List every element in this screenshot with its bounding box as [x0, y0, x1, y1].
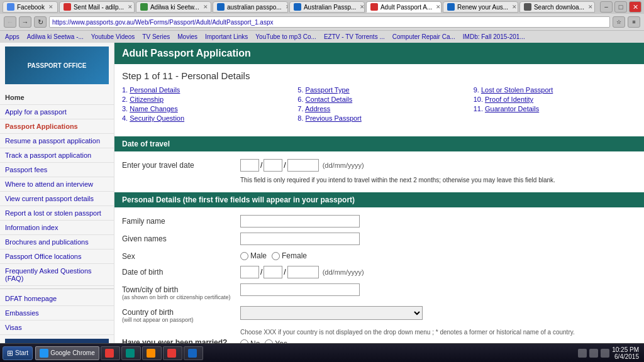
country-select[interactable]: [240, 306, 423, 320]
step-link-6[interactable]: Contact Details: [306, 96, 353, 103]
back-button[interactable]: ←: [4, 16, 16, 28]
bookmark-tv[interactable]: TV Series: [140, 33, 172, 41]
tab-close-renew[interactable]: ✕: [512, 4, 517, 10]
dob-day[interactable]: [240, 266, 259, 278]
step-item-1[interactable]: 1. Personal Details: [122, 86, 285, 94]
step-link-7[interactable]: Address: [305, 105, 330, 112]
travel-date-sep2: /: [284, 161, 286, 170]
steps-col-3: 9. Lost or Stolen Passport 10. Proof of …: [474, 86, 636, 124]
bookmark-apps[interactable]: Apps: [3, 33, 22, 41]
step-link-4[interactable]: Security Question: [130, 114, 184, 122]
taskbar-utorrent[interactable]: [142, 346, 162, 360]
step-item-6[interactable]: 6. Contact Details: [297, 96, 460, 103]
sidebar-item-visas[interactable]: Visas: [0, 321, 114, 335]
sex-male-label[interactable]: Male: [240, 251, 267, 260]
sidebar-item-resume[interactable]: Resume a passport application: [0, 134, 114, 148]
sidebar-item-track[interactable]: Track a passport application: [0, 148, 114, 163]
sidebar-item-passport-applications[interactable]: Passport Applications: [0, 119, 114, 134]
taskbar-kaspersky[interactable]: [101, 346, 120, 360]
tab-close-aus1[interactable]: ✕: [286, 4, 288, 10]
address-bar[interactable]: https://www.passports.gov.au/Web/Forms/P…: [49, 16, 610, 28]
step-link-8[interactable]: Previous Passport: [306, 114, 362, 122]
sidebar-item-home[interactable]: Home: [0, 90, 114, 105]
sidebar-item-info-index[interactable]: Information index: [0, 221, 114, 235]
sidebar-report-lost-link: Report a lost or stolen passport: [0, 206, 114, 220]
tab-close-aus2[interactable]: ✕: [360, 4, 365, 10]
sidebar-item-report-lost[interactable]: Report a lost or stolen passport: [0, 206, 114, 221]
taskbar-kaspersky2[interactable]: [163, 346, 182, 360]
sidebar-item-brochures[interactable]: Brochures and publications: [0, 235, 114, 250]
town-input[interactable]: [240, 283, 360, 296]
minimize-button[interactable]: −: [600, 1, 613, 13]
taskbar-skype[interactable]: [121, 346, 141, 360]
sex-female-label[interactable]: Female: [272, 251, 307, 260]
tab-close-mail[interactable]: ✕: [128, 4, 133, 10]
maximize-button[interactable]: □: [614, 1, 627, 13]
refresh-button[interactable]: ↻: [34, 16, 47, 28]
close-button[interactable]: ✕: [629, 1, 641, 13]
step-item-8[interactable]: 8. Previous Passport: [297, 114, 460, 122]
dob-month[interactable]: [264, 266, 282, 278]
step-link-5[interactable]: Passport Type: [306, 86, 350, 94]
sidebar-item-embassies[interactable]: Embassies: [0, 306, 114, 321]
sex-female-radio[interactable]: [272, 252, 280, 260]
tab-adult-passport[interactable]: Adult Passport A... ✕: [366, 1, 441, 13]
step-item-7[interactable]: 7. Address: [297, 105, 460, 112]
step-item-2[interactable]: 2. Citizenship: [122, 96, 285, 103]
tab-renew[interactable]: Renew your Aus... ✕: [443, 1, 518, 13]
tab-facebook[interactable]: Facebook ✕: [3, 1, 58, 13]
travel-date-year[interactable]: [287, 159, 319, 172]
bookmark-movies[interactable]: Movies: [175, 33, 200, 41]
tab-close-adult[interactable]: ✕: [436, 4, 441, 10]
star-icon[interactable]: ☆: [613, 16, 625, 28]
tab-close-facebook[interactable]: ✕: [48, 4, 53, 10]
tab-adilwa[interactable]: Adilwa ki Seetw... ✕: [136, 1, 211, 13]
step-link-1[interactable]: Personal Details: [130, 86, 180, 94]
given-names-input[interactable]: [240, 233, 360, 245]
tab-close-adilwa[interactable]: ✕: [203, 4, 208, 10]
settings-icon[interactable]: ≡: [628, 16, 640, 28]
bookmark-computer-repair[interactable]: Computer Repair Ca...: [390, 33, 458, 41]
step-item-5[interactable]: 5. Passport Type: [297, 86, 460, 94]
step-item-10[interactable]: 10. Proof of Identity: [474, 96, 636, 103]
tab-label-mail: Sent Mail - adilp...: [74, 4, 124, 11]
bookmark-imdb[interactable]: IMDb: Fall 2015-201...: [460, 33, 528, 41]
sidebar-item-fees[interactable]: Passport fees: [0, 163, 114, 177]
taskbar-word[interactable]: [184, 346, 203, 360]
sidebar-item-dfat[interactable]: DFAT homepage: [0, 292, 114, 306]
bookmark-adilwa[interactable]: Adilwa ki Seetwa -...: [25, 33, 86, 41]
bookmark-links[interactable]: Important Links: [203, 33, 250, 41]
dob-year[interactable]: [287, 266, 319, 278]
tab-aus-passport2[interactable]: Australian Passp... ✕: [289, 1, 365, 13]
travel-date-month[interactable]: [264, 159, 282, 172]
tab-aus-passport1[interactable]: australian passpo... ✕: [213, 1, 288, 13]
sidebar-item-view-details[interactable]: View current passport details: [0, 192, 114, 206]
tab-search[interactable]: Search downloa... ✕: [519, 1, 595, 13]
travel-date-day[interactable]: [240, 159, 259, 172]
step-item-11[interactable]: 11. Guarantor Details: [474, 105, 636, 112]
sidebar-item-apply[interactable]: Apply for a passport: [0, 105, 114, 119]
step-link-3[interactable]: Name Changes: [130, 105, 177, 112]
step-link-2[interactable]: Citizenship: [130, 96, 164, 103]
sidebar-item-interview[interactable]: Where to attend an interview: [0, 177, 114, 192]
sidebar-item-faq[interactable]: Frequently Asked Questions (FAQ): [0, 264, 114, 286]
sidebar-item-office-locations[interactable]: Passport Office locations: [0, 250, 114, 264]
step-link-11[interactable]: Guarantor Details: [485, 105, 539, 112]
tab-mail[interactable]: Sent Mail - adilp... ✕: [59, 1, 135, 13]
tab-close-search[interactable]: ✕: [588, 4, 593, 10]
step-link-9[interactable]: Lost or Stolen Passport: [481, 86, 553, 94]
bookmark-eztv[interactable]: EZTV - TV Torrents ...: [321, 33, 387, 41]
bookmark-youtube[interactable]: Youtube Videos: [89, 33, 138, 41]
start-button[interactable]: ⊞ Start: [3, 346, 33, 360]
step-item-3[interactable]: 3. Name Changes: [122, 105, 285, 112]
step-item-9[interactable]: 9. Lost or Stolen Passport: [474, 86, 636, 94]
bookmark-mp3[interactable]: YouTube to mp3 Co...: [253, 33, 319, 41]
sex-male-radio[interactable]: [240, 252, 248, 260]
step-link-10[interactable]: Proof of Identity: [485, 96, 533, 103]
step-item-4[interactable]: 4. Security Question: [122, 114, 285, 122]
time-display: 10:25 PM 6/4/2015: [612, 346, 639, 360]
taskbar-chrome[interactable]: Google Chrome: [35, 346, 99, 360]
sidebar-header: PASSPORT OFFICE: [0, 43, 114, 90]
forward-button[interactable]: →: [19, 16, 31, 28]
family-name-input[interactable]: [240, 215, 360, 228]
